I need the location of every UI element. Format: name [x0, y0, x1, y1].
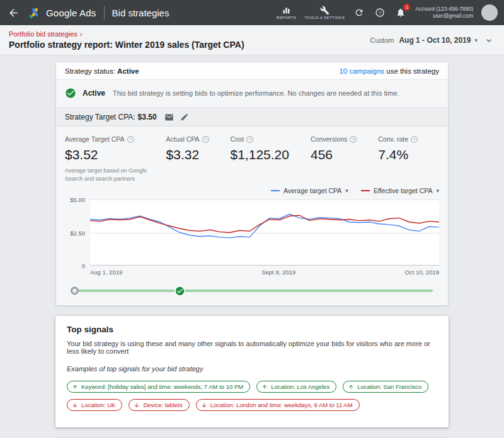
- metric-label: Average Target CPA: [65, 135, 125, 143]
- top-signals-examples-label: Examples of top signals for your bid str…: [67, 365, 437, 373]
- svg-text:?: ?: [379, 10, 381, 16]
- y-tick: 0: [82, 262, 85, 269]
- signal-pill-positive: Location: Los Angeles: [256, 381, 336, 393]
- metric-label: Actual CPA: [166, 135, 200, 143]
- envelope-icon: [164, 113, 174, 122]
- collapse-panel-button[interactable]: [483, 34, 495, 47]
- breadcrumb-link-portfolio-bid-strategies[interactable]: Portfolio bid strategies: [9, 30, 77, 38]
- strategy-status-label: Strategy status:: [65, 67, 115, 75]
- topbar-divider: [104, 6, 105, 20]
- legend-average-target-cpa[interactable]: Average target CPA ▾: [271, 187, 348, 194]
- help-circle-icon[interactable]: ?: [127, 136, 134, 143]
- chevron-down-icon: [484, 35, 494, 45]
- check-circle-icon: [65, 87, 76, 99]
- metric-conv-rate: Conv. rate ? 7.4%: [378, 135, 418, 183]
- top-signals-description: Your bid strategy is using these and man…: [67, 340, 437, 355]
- tools-settings-label: TOOLS & SETTINGS: [304, 16, 345, 20]
- top-app-bar: Google Ads Bid strategies REPORTS TOOLS …: [0, 0, 504, 25]
- metric-actual-cpa: Actual CPA ? $3.32: [166, 135, 209, 183]
- refresh-icon: [354, 8, 364, 18]
- help-circle-icon[interactable]: ?: [350, 136, 357, 143]
- metric-value: $3.32: [166, 147, 209, 162]
- signal-pill-positive: Location: San Francisco: [343, 381, 428, 393]
- metric-label: Cost: [231, 135, 244, 143]
- x-tick: Aug 1, 2019: [90, 269, 122, 276]
- chart-x-axis: Aug 1, 2019 Sept 8, 2019 Oct 10, 2019: [90, 269, 439, 279]
- caret-down-icon: ▾: [345, 188, 348, 194]
- y-tick: $2.50: [70, 229, 85, 236]
- reports-label: REPORTS: [277, 16, 297, 20]
- google-ads-logo[interactable]: Google Ads: [28, 6, 96, 20]
- arrow-up-icon: [348, 384, 354, 390]
- metrics-row: Average Target CPA ? $3.52 Average targe…: [56, 126, 448, 186]
- google-ads-logo-icon: [28, 6, 42, 20]
- account-info[interactable]: Account (123-456-7890) user@gmail.com: [415, 6, 473, 20]
- campaigns-link[interactable]: 10 campaigns: [339, 67, 384, 75]
- pencil-icon: [180, 113, 189, 121]
- x-tick: Sept 8, 2019: [261, 269, 295, 276]
- refresh-button[interactable]: [353, 6, 365, 19]
- content-area: Strategy status: Active 10 campaigns use…: [0, 55, 504, 438]
- topbar-page-title: Bid strategies: [112, 8, 169, 18]
- reports-button[interactable]: REPORTS: [277, 6, 297, 20]
- status-title: Active: [83, 87, 105, 99]
- arrow-down-icon: [201, 402, 207, 408]
- metric-label: Conv. rate: [378, 135, 408, 143]
- chart-lines: [90, 199, 439, 266]
- breadcrumb-separator: ›: [80, 30, 83, 38]
- top-signals-card: Top signals Your bid strategy is using t…: [55, 316, 449, 427]
- strategy-target-header: Strategy Target CPA: $3.50: [56, 108, 448, 126]
- arrow-back-icon: [8, 7, 20, 19]
- date-range-value: Aug 1 - Oct 10, 2019: [399, 36, 471, 45]
- slider-handle-start[interactable]: [71, 287, 79, 295]
- metric-conversions: Conversions ? 456: [311, 135, 357, 183]
- blue-line-swatch: [271, 190, 280, 191]
- signal-text: Location: London and time: weekdays, 9 A…: [210, 402, 353, 408]
- signal-text: Location: Los Angeles: [271, 383, 329, 390]
- strategy-status-value: Active: [117, 67, 139, 75]
- legend-label: Effective target CPA: [374, 187, 433, 194]
- tools-settings-button[interactable]: TOOLS & SETTINGS: [304, 6, 345, 20]
- metric-average-target-cpa: Average Target CPA ? $3.52 Average targe…: [65, 135, 160, 183]
- help-icon: ?: [375, 8, 385, 18]
- help-circle-icon[interactable]: ?: [202, 136, 209, 143]
- slider-track[interactable]: [71, 289, 433, 292]
- metric-note: Average target based on Google Search an…: [65, 167, 159, 183]
- help-circle-icon[interactable]: ?: [411, 136, 418, 143]
- metric-value: 7.4%: [378, 147, 418, 162]
- breadcrumb: Portfolio bid strategies ›: [9, 30, 244, 38]
- chart-y-axis: $5.00 $2.50 0: [65, 199, 90, 266]
- arrow-up-icon: [72, 384, 78, 390]
- simulator-button[interactable]: [163, 111, 175, 123]
- help-circle-icon[interactable]: ?: [246, 136, 253, 143]
- performance-chart: $5.00 $2.50 0: [56, 199, 448, 266]
- signal-text: Keyword: [holiday sales] and time: weeke…: [81, 383, 243, 390]
- chart-plot-area: [90, 199, 439, 266]
- strategy-target-value: $3.50: [138, 113, 157, 121]
- signal-pill-negative: Location: UK: [67, 399, 122, 411]
- help-button[interactable]: ?: [374, 6, 386, 19]
- wrench-icon: [320, 6, 329, 15]
- x-tick: Oct 10, 2019: [405, 269, 439, 276]
- negative-signals-row: Location: UK Device: tablets Location: L…: [67, 399, 437, 411]
- avatar[interactable]: [481, 4, 498, 21]
- campaigns-link-suffix: use this strategy: [386, 67, 439, 75]
- timeline-slider[interactable]: [71, 283, 433, 299]
- positive-signals-row: Keyword: [holiday sales] and time: weeke…: [67, 381, 437, 393]
- date-range-type: Custom: [370, 36, 394, 44]
- date-range-picker[interactable]: Aug 1 - Oct 10, 2019 ▾: [399, 36, 478, 45]
- arrow-down-icon: [72, 402, 78, 408]
- caret-down-icon: ▾: [436, 188, 439, 194]
- edit-target-button[interactable]: [179, 111, 190, 123]
- red-line-swatch: [361, 190, 370, 191]
- signal-pill-positive: Keyword: [holiday sales] and time: weeke…: [67, 381, 250, 393]
- strategy-target-label: Strategy Target CPA:: [65, 113, 135, 121]
- bar-chart-icon: [282, 6, 291, 15]
- status-description: This bid strategy is setting bids to opt…: [113, 87, 399, 99]
- notifications-button[interactable]: 1: [394, 6, 407, 19]
- arrow-down-icon: [134, 402, 140, 408]
- change-event-marker[interactable]: [175, 286, 185, 296]
- metric-cost: Cost ? $1,125.20: [231, 135, 289, 183]
- back-button[interactable]: [6, 6, 21, 20]
- legend-effective-target-cpa[interactable]: Effective target CPA ▾: [361, 187, 439, 194]
